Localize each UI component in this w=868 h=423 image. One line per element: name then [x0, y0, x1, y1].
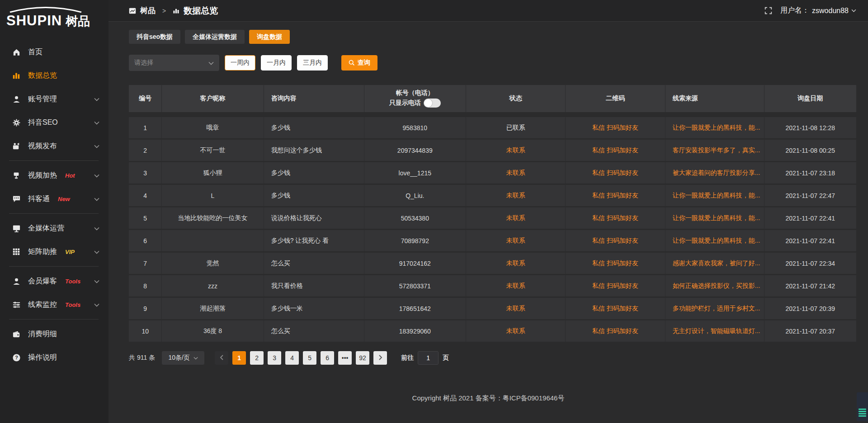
- table-row: 5 当地比较能吃的一位美女 说说价格让我死心 50534380 未联系 私信 扫…: [129, 207, 856, 229]
- sidebar-item-home[interactable]: 首页: [0, 40, 108, 64]
- wallet-icon: [12, 329, 21, 338]
- page-size-select[interactable]: 10条/页: [162, 351, 204, 365]
- period-button-2[interactable]: 三月内: [297, 55, 328, 70]
- cell-source-link[interactable]: 多功能护栏灯，适用于乡村文...: [665, 298, 764, 319]
- page-button-6[interactable]: 6: [321, 351, 334, 365]
- user-menu[interactable]: 用户名：zswodun88: [780, 6, 856, 15]
- cell-qrcode-link[interactable]: 私信 扫码加好友: [565, 162, 665, 183]
- page-button-1[interactable]: 1: [232, 351, 246, 365]
- cell-qrcode-link[interactable]: 私信 扫码加好友: [565, 275, 665, 296]
- table-row: 9 潮起潮落 多少钱一米 178651642 未联系 私信 扫码加好友 多功能护…: [129, 298, 856, 319]
- cell-source-link[interactable]: 让你一眼就爱上的黑科技，能...: [665, 230, 764, 251]
- sidebar-item-member-burst[interactable]: 会员爆客 Tools: [0, 269, 108, 293]
- sidebar-item-label: 会员爆客: [28, 277, 57, 286]
- cell-content: 多少钱: [264, 185, 364, 206]
- cell-qrcode-link[interactable]: 私信 扫码加好友: [565, 140, 665, 161]
- logo-text-cn: 树品: [66, 13, 90, 29]
- cell-qrcode-link[interactable]: 私信 扫码加好友: [565, 207, 665, 229]
- table-row: 4 L 多少钱 Q_Liu. 未联系 私信 扫码加好友 让你一眼就爱上的黑科技，…: [129, 185, 856, 206]
- floating-widget[interactable]: [857, 392, 868, 421]
- cell-qrcode-link[interactable]: 私信 扫码加好友: [565, 298, 665, 319]
- cell-account: 183929060: [364, 320, 466, 342]
- user-icon: [12, 94, 21, 103]
- tab-2[interactable]: 询盘数据: [249, 30, 290, 44]
- sidebar-item-label: 视频发布: [28, 141, 57, 151]
- page-button-5[interactable]: 5: [303, 351, 316, 365]
- sidebar-item-douyin-seo[interactable]: 抖音SEO: [0, 111, 108, 134]
- phone-toggle-label: 只显示电话: [389, 99, 421, 106]
- sidebar-item-lead-monitor[interactable]: 线索监控 Tools: [0, 293, 108, 316]
- cell-content: 多少钱一米: [264, 298, 364, 319]
- data-tabs: 抖音seo数据全媒体运营数据询盘数据: [129, 30, 856, 44]
- query-button[interactable]: 查询: [341, 55, 377, 70]
- inquiry-table-wrap: 编号 客户昵称 咨询内容 帐号（电话） 只显示电话: [129, 84, 856, 343]
- breadcrumb-root[interactable]: 树品: [140, 5, 156, 16]
- cell-date: 2021-11-07 22:41: [764, 207, 856, 229]
- page-button-2[interactable]: 2: [250, 351, 264, 365]
- cell-content: 我想问这个多少钱: [264, 140, 364, 161]
- cell-source-link[interactable]: 让你一眼就爱上的黑科技，能...: [665, 117, 764, 138]
- monitor-icon: [12, 224, 21, 233]
- sidebar-item-video-heat[interactable]: 视频加热 Hot: [0, 164, 108, 187]
- cell-nickname: 潮起潮落: [161, 298, 263, 319]
- cell-nickname: zzz: [161, 275, 263, 296]
- cell-source-link[interactable]: 无主灯设计，智能磁吸轨道灯...: [665, 320, 764, 342]
- cell-date: 2021-11-08 00:25: [764, 140, 856, 161]
- cell-account: 2097344839: [364, 140, 466, 161]
- page-button-3[interactable]: 3: [268, 351, 281, 365]
- period-button-1[interactable]: 一月内: [261, 55, 292, 70]
- breadcrumb: 树品 > 数据总览: [129, 5, 218, 17]
- page-button-•••[interactable]: •••: [338, 351, 352, 365]
- sidebar-item-matrix-boost[interactable]: 矩阵助推 VIP: [0, 240, 108, 263]
- sidebar-item-data-overview[interactable]: 数据总览: [0, 64, 108, 87]
- cell-account: 9583810: [364, 117, 466, 138]
- inquiry-table: 编号 客户昵称 咨询内容 帐号（电话） 只显示电话: [129, 84, 856, 343]
- sidebar-item-account-mgmt[interactable]: 账号管理: [0, 87, 108, 111]
- cell-qrcode-link[interactable]: 私信 扫码加好友: [565, 185, 665, 206]
- tab-0[interactable]: 抖音seo数据: [129, 30, 180, 44]
- cell-source-link[interactable]: 让你一眼就爱上的黑科技，能...: [665, 207, 764, 229]
- cell-source-link[interactable]: 感谢大家喜欢我家，被问了好...: [665, 253, 764, 274]
- next-page-button[interactable]: [373, 351, 387, 365]
- col-status: 状态: [466, 85, 565, 112]
- prev-page-button[interactable]: [215, 351, 228, 365]
- chevron-down-icon: [94, 301, 99, 309]
- cell-source-link[interactable]: 让你一眼就爱上的黑科技，能...: [665, 185, 764, 206]
- table-row: 8 zzz 我只看价格 572803371 未联系 私信 扫码加好友 如何正确选…: [129, 275, 856, 296]
- app-root: SHUPIN 树品 首页 数据总览 账号管理 抖音SEO: [0, 0, 868, 423]
- video-publish-icon: [12, 141, 21, 150]
- cell-status status-badge: 未联系: [466, 185, 565, 206]
- fullscreen-icon[interactable]: [764, 7, 772, 14]
- col-account: 帐号（电话） 只显示电话: [364, 85, 466, 112]
- sidebar-item-label: 账号管理: [28, 94, 57, 104]
- cell-content: 多少钱: [264, 162, 364, 183]
- phone-only-toggle[interactable]: [424, 99, 441, 108]
- period-button-0[interactable]: 一周内: [225, 55, 255, 70]
- cell-qrcode-link[interactable]: 私信 扫码加好友: [565, 230, 665, 251]
- cell-account: 70898792: [364, 230, 466, 251]
- tools-badge: Tools: [65, 301, 80, 308]
- sidebar-item-video-publish[interactable]: 视频发布: [0, 134, 108, 158]
- sidebar-item-doukentong[interactable]: 抖客通 New: [0, 187, 108, 211]
- cell-source-link[interactable]: 被大家追着问的客厅投影分享...: [665, 162, 764, 183]
- sidebar-divider: [9, 160, 99, 161]
- sidebar-item-omni-media[interactable]: 全媒体运营: [0, 216, 108, 240]
- page-buttons: 123456•••92: [232, 351, 369, 365]
- cell-qrcode-link[interactable]: 私信 扫码加好友: [565, 320, 665, 342]
- cell-date: 2021-11-07 23:18: [764, 162, 856, 183]
- cell-qrcode-link[interactable]: 私信 扫码加好友: [565, 117, 665, 138]
- cell-source-link[interactable]: 如何正确选择投影仪，买投影...: [665, 275, 764, 296]
- tab-1[interactable]: 全媒体运营数据: [185, 30, 245, 44]
- sidebar-item-instructions[interactable]: ? 操作说明: [0, 346, 108, 369]
- cell-date: 2021-11-07 22:34: [764, 253, 856, 274]
- cell-qrcode-link[interactable]: 私信 扫码加好友: [565, 253, 665, 274]
- goto-page-input[interactable]: [418, 351, 439, 365]
- page-button-4[interactable]: 4: [285, 351, 299, 365]
- cell-source-link[interactable]: 客厅安装投影半年多了，真实...: [665, 140, 764, 161]
- main-area: 树品 > 数据总览 用户名：zswodun88 抖音seo数据全媒体运营数据询盘…: [108, 0, 868, 423]
- cell-nickname: L: [161, 185, 263, 206]
- sidebar-item-consumption-detail[interactable]: 消费明细: [0, 322, 108, 346]
- filter-select[interactable]: 请选择: [129, 55, 219, 71]
- page-button-92[interactable]: 92: [356, 351, 369, 365]
- col-source: 线索来源: [665, 85, 764, 112]
